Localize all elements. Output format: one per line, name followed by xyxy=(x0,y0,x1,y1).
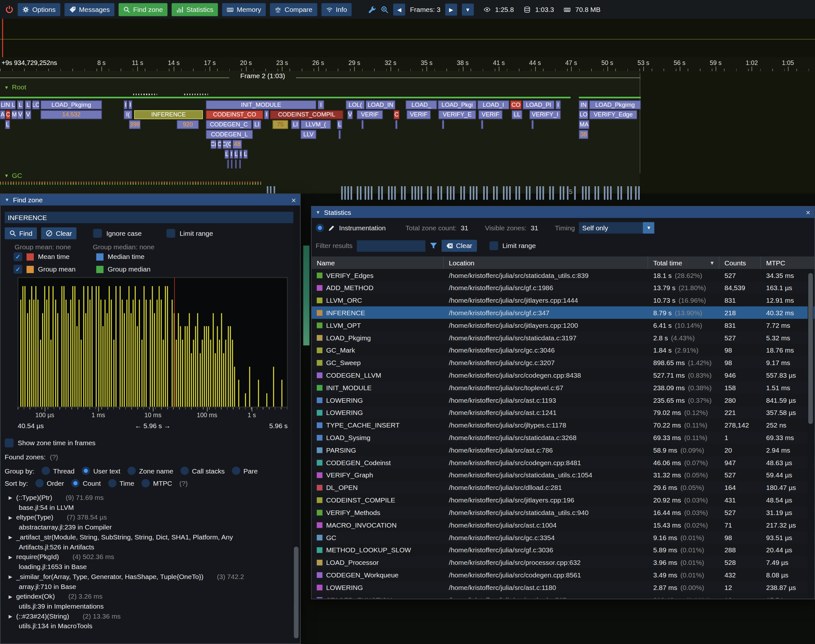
radio-option-user-text[interactable]: User text xyxy=(82,467,120,475)
radio-icon[interactable] xyxy=(71,479,80,488)
gc-activity-bar[interactable] xyxy=(560,186,561,200)
find-zone-titlebar[interactable]: ▼ Find zone × xyxy=(1,194,300,205)
gc-activity-bar[interactable] xyxy=(549,186,551,200)
gc-activity-bar[interactable] xyxy=(526,186,527,200)
found-zone-item[interactable]: ▶require(PkgId)(4) 502.36 msloading.jl:1… xyxy=(5,552,292,572)
timeline-zone[interactable]: A xyxy=(0,110,5,119)
gc-activity-bar[interactable] xyxy=(394,186,396,200)
found-zone-item[interactable]: ▶(::Type)(Ptr)(9) 71.69 msbase.jl:54 in … xyxy=(5,492,292,512)
gc-activity-bar[interactable] xyxy=(509,186,511,200)
radio-icon[interactable] xyxy=(108,479,116,488)
timeline-zone[interactable]: LIN L xyxy=(0,100,16,109)
timeline-zone[interactable]: C( xyxy=(211,140,216,149)
timeline-zone[interactable]: L xyxy=(5,120,10,129)
radio-icon[interactable] xyxy=(82,467,90,475)
gc-activity-bar[interactable] xyxy=(496,186,498,200)
timeline-zone[interactable]: LI xyxy=(253,120,261,129)
gc-activity-bar[interactable] xyxy=(627,186,629,200)
stats-row[interactable]: GC_Sweep/home/kristofferc/julia/src/gc.c… xyxy=(312,356,815,369)
timeline-zone[interactable]: V xyxy=(25,110,31,119)
stats-row[interactable]: GC/home/kristofferc/julia/src/gc.c:33549… xyxy=(312,531,815,544)
timeline-zone[interactable]: 38 xyxy=(579,130,588,139)
timeline-zone[interactable] xyxy=(395,120,397,129)
column-header-mtpc[interactable]: MTPC xyxy=(761,256,815,269)
gc-activity-bar[interactable] xyxy=(476,186,478,200)
timeline-zone[interactable]: I xyxy=(555,100,561,109)
gc-activity-bar[interactable] xyxy=(411,186,413,200)
gc-activity-bar[interactable] xyxy=(441,186,442,200)
gc-activity-bar[interactable] xyxy=(536,186,538,200)
gc-activity-bar[interactable] xyxy=(360,186,362,200)
radio-option-time[interactable]: Time xyxy=(108,479,135,488)
timeline-zone[interactable]: I xyxy=(318,100,324,109)
collapse-window-icon[interactable]: ▼ xyxy=(5,197,9,202)
timeline-zone[interactable]: L xyxy=(244,150,248,159)
gc-activity-bar[interactable] xyxy=(486,186,488,200)
gc-activity-bar[interactable] xyxy=(620,186,622,200)
found-zone-item[interactable]: ▶(::#23#24)(String)(2) 13.36 msutils.jl:… xyxy=(5,611,292,631)
timeline-zone[interactable]: LLVM_( xyxy=(301,120,331,129)
timeline-zone[interactable]: 398 xyxy=(129,120,141,129)
timeline-zone[interactable] xyxy=(481,120,483,129)
radio-option-thread[interactable]: Thread xyxy=(42,467,75,475)
gc-activity-bar[interactable] xyxy=(453,186,455,200)
stats-row[interactable]: CODEGEN_Codeinst/home/kristofferc/julia/… xyxy=(312,456,815,469)
radio-icon[interactable] xyxy=(42,467,50,475)
timeline-zone[interactable] xyxy=(442,120,444,129)
timeline-zone[interactable]: C(C xyxy=(222,140,231,149)
stats-scrollbar[interactable] xyxy=(807,270,813,598)
gc-activity-bar[interactable] xyxy=(463,186,465,200)
gc-activity-bar[interactable] xyxy=(415,186,416,200)
timeline-zone[interactable]: I xyxy=(128,100,132,109)
gc-activity-bar[interactable] xyxy=(506,186,507,200)
gc-activity-bar[interactable] xyxy=(418,186,420,200)
stats-row[interactable]: PARSING/home/kristofferc/julia/src/ast.c… xyxy=(312,443,815,456)
timeline-zone[interactable]: VERIFY_Edge xyxy=(589,110,637,119)
stats-row[interactable]: STAGED_FUNCTION/home/kristofferc/julia/s… xyxy=(312,593,815,598)
filter-icon[interactable] xyxy=(429,242,437,250)
toolbar-button-info[interactable]: Info xyxy=(321,3,352,16)
gc-activity-bar[interactable] xyxy=(381,186,383,200)
toolbar-button-compare[interactable]: Compare xyxy=(270,3,317,16)
stats-row[interactable]: DL_OPEN/home/kristofferc/julia/src/dlloa… xyxy=(312,481,815,494)
time-ruler[interactable]: +9s 934,729,252ns 8 s11 s14 s17 s20 s23 … xyxy=(0,57,815,72)
stats-row[interactable]: VERIFY_Graph/home/kristofferc/julia/src/… xyxy=(312,469,815,481)
timeline-zone[interactable]: IN xyxy=(579,100,588,109)
gc-activity-bar[interactable] xyxy=(567,186,568,200)
toolbar-button-messages[interactable]: Messages xyxy=(64,3,115,16)
gc-activity-bar[interactable] xyxy=(404,186,406,200)
timing-select[interactable]: Self only ▼ xyxy=(579,222,654,234)
zoom-icon[interactable] xyxy=(381,6,389,13)
toolbar-button-statistics[interactable]: Statistics xyxy=(172,3,218,16)
stats-row[interactable]: VERIFY_Methods/home/kristofferc/julia/sr… xyxy=(312,506,815,518)
timeline-zone[interactable] xyxy=(339,130,341,139)
expand-arrow-icon[interactable]: ▶ xyxy=(5,535,17,540)
gc-activity-bar[interactable] xyxy=(368,186,369,200)
column-header-location[interactable]: Location xyxy=(444,256,648,269)
gc-activity-bar[interactable] xyxy=(594,186,596,200)
timeline-zone[interactable]: I xyxy=(264,110,269,119)
timeline-zone[interactable]: 14,532 xyxy=(41,110,102,119)
stats-row[interactable]: VERIFY_Edges/home/kristofferc/julia/src/… xyxy=(312,269,815,282)
gc-activity-bar[interactable] xyxy=(563,186,564,200)
collapse-window-icon[interactable]: ▼ xyxy=(316,210,320,215)
found-zone-item[interactable]: ▶eltype(Type)(7) 378.54 µsabstractarray.… xyxy=(5,512,292,532)
found-zone-header[interactable]: ▶(::#23#24)(String)(2) 13.36 ms xyxy=(5,611,292,621)
find-button[interactable]: Find xyxy=(5,227,37,239)
toolbar-button-memory[interactable]: Memory xyxy=(222,3,266,16)
timeline-zone[interactable]: VERIF xyxy=(357,110,383,119)
found-zone-header[interactable]: ▶getindex(Ok)(2) 3.26 ms xyxy=(5,592,292,601)
gc-activity-bar[interactable] xyxy=(378,186,380,200)
timeline-zone[interactable] xyxy=(362,120,363,129)
timeline-zone[interactable]: LC xyxy=(32,100,40,109)
gc-activity-bar[interactable] xyxy=(388,186,389,200)
tools-icon[interactable] xyxy=(368,6,376,13)
found-zone-header[interactable]: ▶_artifact_str(Module, String, SubString… xyxy=(5,532,292,542)
radio-option-mtpc[interactable]: MTPC xyxy=(141,479,172,488)
show-zone-time-checkbox[interactable] xyxy=(5,439,14,447)
stats-row[interactable]: INIT_MODULE/home/kristofferc/julia/src/t… xyxy=(312,381,815,394)
radio-option-order[interactable]: Order xyxy=(35,479,64,488)
gc-activity-bar[interactable] xyxy=(401,186,403,200)
gc-activity-bar[interactable] xyxy=(447,186,448,200)
gc-activity-bar[interactable] xyxy=(610,186,612,200)
